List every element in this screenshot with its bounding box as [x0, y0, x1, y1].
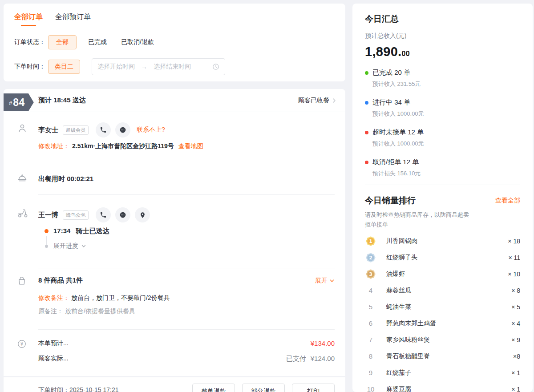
- svg-text:¥: ¥: [20, 342, 23, 347]
- ranking-row: 6 野葱肉末郑土鸡蛋 × 4: [365, 315, 520, 331]
- red-dot-icon: [365, 131, 368, 134]
- rider-row: 王一博 蜂鸟众包: [38, 207, 335, 222]
- original-note-row: 原备注： 放前台/依据餐量提供餐具: [38, 307, 335, 315]
- status-option-all[interactable]: 全部: [48, 35, 77, 49]
- divider: [38, 329, 335, 330]
- message-customer-button[interactable]: [115, 122, 130, 137]
- view-all-link[interactable]: 查看全部: [495, 197, 520, 205]
- svg-text:1: 1: [369, 238, 372, 243]
- goods-bag-icon: [17, 276, 28, 287]
- total-revenue-value: 1,890.00: [365, 44, 520, 59]
- dish-count: × 4: [511, 320, 520, 327]
- modified-note-text: 放前台，放门卫，不要敲门/2份餐具: [71, 294, 170, 302]
- dish-name: 麻婆豆腐: [386, 385, 411, 392]
- dish-name: 红烧茄子: [386, 369, 411, 377]
- dish-count: × 8: [511, 287, 520, 294]
- divider: [365, 185, 520, 185]
- order-header: #84 预计 18:45 送达 顾客已收餐: [4, 89, 345, 112]
- order-status-filter-row: 订单状态： 全部 已完成 已取消/退款: [14, 35, 335, 49]
- original-note-text: 放前台/依据餐量提供餐具: [65, 307, 135, 315]
- ranking-row: 3 油爆虾 × 10: [365, 266, 520, 282]
- stat-label: 进行中 34 单: [372, 98, 410, 107]
- modified-note-label: 修改备注：: [38, 294, 69, 302]
- sales-ranking-header: 今日销量排行 查看全部: [365, 195, 520, 206]
- today-summary-title: 今日汇总: [365, 13, 520, 25]
- order-eta: 预计 18:45 送达: [38, 96, 86, 105]
- full-refund-button[interactable]: 整单退款: [192, 384, 235, 392]
- rank-number: 4: [365, 287, 376, 294]
- expand-progress-label: 展开进度: [53, 242, 78, 250]
- order-number-hash: #: [9, 100, 12, 106]
- dish-count: × 5: [511, 303, 520, 311]
- date-start-placeholder: 选择开始时间: [97, 63, 135, 71]
- paid-amount: ¥124.00: [311, 355, 335, 363]
- status-option-completed[interactable]: 已完成: [88, 38, 107, 46]
- chevron-right-icon: [332, 98, 336, 103]
- time-category-button[interactable]: 类目二: [48, 60, 80, 74]
- partial-refund-button[interactable]: 部分退款: [242, 384, 285, 392]
- cannot-contact-link[interactable]: 联系不上?: [137, 126, 165, 134]
- order-time-label: 下单时间：: [14, 63, 48, 71]
- stat-completed: 已完成 20 单 预计收入 231.55元: [365, 69, 520, 88]
- order-time-filter-row: 下单时间： 类目二 选择开始时间 → 选择结束时间: [14, 58, 335, 75]
- ranking-row: 7 家乡风味粉丝煲 × 9: [365, 331, 520, 348]
- order-tabs: 全部订单 全部预订单: [14, 12, 335, 26]
- order-number-badge: #84: [4, 93, 34, 111]
- customer-address: 2.51km·上海市普陀区金沙江路119号: [72, 142, 174, 150]
- stat-sub: 预计收入 1000.00元: [372, 140, 520, 148]
- stat-label: 超时未接单 12 单: [372, 128, 424, 137]
- sales-ranking-note: 请及时检查热销商品库存，以防商品超卖 拒单接单: [365, 210, 520, 230]
- dish-name: 蒜蓉丝瓜: [386, 287, 411, 295]
- date-end-placeholder: 选择结束时间: [154, 63, 191, 71]
- message-rider-button[interactable]: [115, 207, 130, 222]
- stat-sub: 预计损失 156.10元: [372, 170, 520, 178]
- dish-count: × 9: [511, 336, 520, 344]
- dish-name: 野葱肉末郑土鸡蛋: [386, 319, 436, 327]
- view-map-link[interactable]: 查看地图: [178, 142, 203, 150]
- red-dot-icon: [365, 161, 368, 164]
- ranking-row: 9 红烧茄子 × 1: [365, 364, 520, 381]
- rank-number: 10: [365, 385, 376, 392]
- stat-sub: 预计收入 231.55元: [372, 80, 520, 88]
- goods-expand-link[interactable]: 展开: [315, 277, 335, 285]
- divider: [38, 194, 335, 195]
- date-range-picker[interactable]: 选择开始时间 → 选择结束时间: [92, 58, 225, 75]
- dish-cloche-icon: [17, 173, 28, 184]
- date-range-arrow-icon: →: [141, 63, 147, 70]
- ranking-row: 1 川香回锅肉 × 18: [365, 233, 520, 249]
- timeline-status: 骑士已送达: [76, 227, 109, 235]
- call-rider-button[interactable]: [96, 207, 111, 222]
- order-status-label: 订单状态：: [14, 38, 48, 46]
- original-note-label: 原备注：: [38, 307, 63, 315]
- revenue-integer: 1,890.: [365, 44, 401, 59]
- timeline-dot-inactive: [45, 245, 48, 248]
- tab-all-orders[interactable]: 全部订单: [14, 12, 43, 26]
- ranking-row: 5 蚝油生菜 × 5: [365, 299, 520, 315]
- dish-name: 蚝油生菜: [386, 303, 411, 311]
- tab-all-preorders[interactable]: 全部预订单: [55, 12, 91, 26]
- ranking-row: 2 红烧狮子头 × 11: [365, 249, 520, 266]
- status-option-cancelled[interactable]: 已取消/退款: [121, 38, 154, 46]
- expand-progress-link[interactable]: 展开进度: [44, 242, 86, 250]
- timeline-dot-active: [44, 229, 49, 233]
- today-summary-panel: 今日汇总 预计总收入(元) 1,890.00 已完成 20 单 预计收入 231…: [352, 4, 533, 392]
- bronze-medal-icon: 3: [365, 268, 376, 280]
- ranking-row: 4 蒜蓉丝瓜 × 8: [365, 282, 520, 299]
- order-action-buttons: 整单退款 部分退款 打印: [192, 384, 335, 392]
- rider-timeline-current: 17:34 骑士已送达: [44, 227, 109, 235]
- rank-number: 5: [365, 303, 376, 311]
- paid-status-label: 已支付: [286, 355, 306, 363]
- print-button[interactable]: 打印: [292, 384, 335, 392]
- estimated-income-label: 本单预计...: [38, 339, 69, 348]
- call-customer-button[interactable]: [96, 122, 111, 137]
- customer-member-badge: 超级会员: [63, 125, 89, 135]
- dish-name: 青石板糖醋里脊: [386, 352, 430, 360]
- order-status-link[interactable]: 顾客已收餐: [298, 97, 336, 105]
- rider-location-button[interactable]: [135, 207, 150, 222]
- order-time-row: 下单时间：2025-10-15 17:21: [38, 386, 119, 392]
- sales-ranking-list: 1 川香回锅肉 × 18 2 红烧狮子头 × 11 3 油爆虾 × 10 4 蒜…: [365, 233, 520, 392]
- chevron-down-icon: [81, 243, 86, 249]
- rider-name: 王一博: [38, 211, 58, 219]
- actual-paid-label: 顾客实际...: [38, 355, 69, 363]
- revenue-cents: 00: [401, 50, 409, 57]
